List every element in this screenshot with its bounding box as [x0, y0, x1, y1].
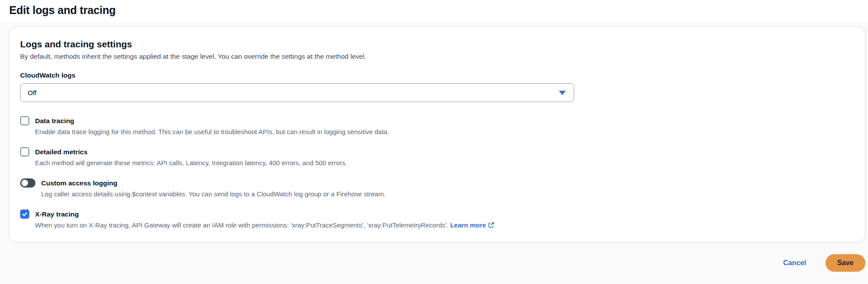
panel-heading: Logs and tracing settings: [20, 39, 853, 50]
option-description: When you turn on X-Ray tracing, API Gate…: [20, 221, 853, 229]
logs-and-tracing-settings-panel: Logs and tracing settings By default, me…: [9, 27, 865, 242]
custom-access-logging-toggle[interactable]: [20, 178, 35, 188]
x-ray-tracing-label[interactable]: X-Ray tracing: [35, 210, 79, 218]
detailed-metrics-label[interactable]: Detailed metrics: [35, 148, 88, 156]
data-tracing-label[interactable]: Data tracing: [35, 117, 74, 125]
cancel-button[interactable]: Cancel: [783, 259, 806, 267]
chevron-down-icon: [559, 91, 566, 95]
external-link-icon: [488, 222, 494, 228]
option-description: Each method will generate these metrics:…: [20, 159, 853, 167]
option-row-detailed-metrics: Detailed metrics Each method will genera…: [20, 147, 853, 167]
cloudwatch-logs-selected-value: Off: [28, 89, 36, 97]
footer-actions: Cancel Save: [9, 254, 865, 272]
option-description: Enable data trace logging for this metho…: [20, 128, 853, 135]
custom-access-logging-label[interactable]: Custom access logging: [41, 179, 117, 187]
options-list: Data tracing Enable data trace logging f…: [20, 116, 853, 229]
option-row-x-ray-tracing: X-Ray tracing When you turn on X-Ray tra…: [20, 209, 853, 229]
cloudwatch-logs-select[interactable]: Off: [20, 83, 574, 102]
page-title: Edit logs and tracing: [9, 4, 859, 17]
learn-more-link[interactable]: Learn more: [450, 221, 494, 229]
x-ray-tracing-checkbox[interactable]: [20, 209, 29, 219]
option-row-custom-access-logging: Custom access logging Log caller access …: [20, 178, 853, 198]
save-button[interactable]: Save: [826, 254, 865, 272]
option-row-data-tracing: Data tracing Enable data trace logging f…: [20, 116, 853, 135]
option-description: Log caller access details using $context…: [20, 190, 853, 198]
data-tracing-checkbox[interactable]: [20, 116, 29, 125]
page-content: Logs and tracing settings By default, me…: [0, 22, 868, 284]
detailed-metrics-checkbox[interactable]: [20, 147, 29, 156]
page-header: Edit logs and tracing: [0, 0, 868, 22]
cloudwatch-logs-label: CloudWatch logs: [20, 71, 853, 79]
panel-description: By default, methods inherit the settings…: [20, 53, 853, 60]
check-icon: [21, 211, 28, 217]
